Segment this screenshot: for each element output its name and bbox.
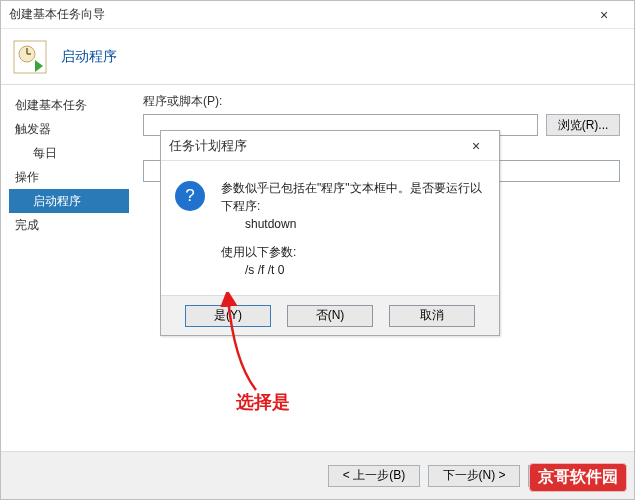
next-button[interactable]: 下一步(N) > (428, 465, 520, 487)
no-button[interactable]: 否(N) (287, 305, 373, 327)
page-title: 启动程序 (61, 48, 117, 66)
wizard-header: 启动程序 (1, 29, 634, 85)
wizard-steps-sidebar: 创建基本任务 触发器 每日 操作 启动程序 完成 (1, 85, 129, 451)
wizard-titlebar: 创建基本任务向导 × (1, 1, 634, 29)
program-script-label: 程序或脚本(P): (143, 93, 620, 110)
dialog-line2: shutdown (221, 215, 485, 233)
clock-run-icon (13, 40, 47, 74)
back-button[interactable]: < 上一步(B) (328, 465, 420, 487)
annotation-label: 选择是 (236, 390, 290, 414)
yes-button[interactable]: 是(Y) (185, 305, 271, 327)
watermark-badge: 京哥软件园 (529, 463, 627, 492)
dialog-line1: 参数似乎已包括在"程序"文本框中。是否要运行以下程序: (221, 179, 485, 215)
dialog-message: 参数似乎已包括在"程序"文本框中。是否要运行以下程序: shutdown 使用以… (221, 179, 485, 279)
dialog-line3: 使用以下参数: (221, 243, 485, 261)
sidebar-item-finish[interactable]: 完成 (9, 213, 129, 237)
sidebar-item-action[interactable]: 操作 (9, 165, 129, 189)
sidebar-item-start-program[interactable]: 启动程序 (9, 189, 129, 213)
dialog-close-button[interactable]: × (461, 138, 491, 154)
dialog-title: 任务计划程序 (169, 137, 461, 155)
wizard-title: 创建基本任务向导 (9, 6, 582, 23)
confirm-dialog: 任务计划程序 × ? 参数似乎已包括在"程序"文本框中。是否要运行以下程序: s… (160, 130, 500, 336)
browse-button[interactable]: 浏览(R)... (546, 114, 620, 136)
dialog-footer: 是(Y) 否(N) 取消 (161, 295, 499, 335)
dialog-titlebar: 任务计划程序 × (161, 131, 499, 161)
sidebar-item-create-task[interactable]: 创建基本任务 (9, 93, 129, 117)
question-icon: ? (175, 181, 205, 211)
dialog-cancel-button[interactable]: 取消 (389, 305, 475, 327)
dialog-line4: /s /f /t 0 (221, 261, 485, 279)
sidebar-item-daily[interactable]: 每日 (9, 141, 129, 165)
wizard-close-button[interactable]: × (582, 7, 626, 23)
sidebar-item-trigger[interactable]: 触发器 (9, 117, 129, 141)
